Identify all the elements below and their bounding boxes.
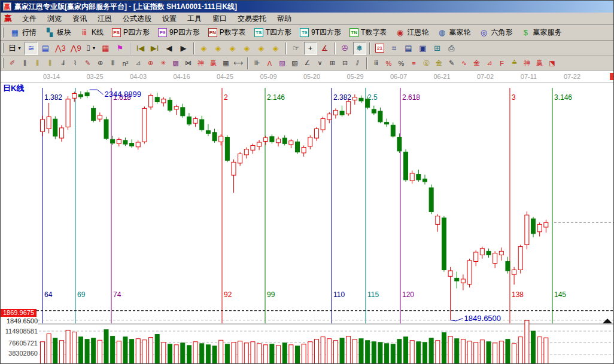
candle-style-icon[interactable]: ⌷▼	[84, 42, 98, 55]
draw-tool-icon[interactable]: %	[395, 57, 408, 69]
brain-map-icon[interactable]: ❅	[353, 42, 366, 55]
draw-tool-icon[interactable]: 赢	[533, 57, 546, 69]
toolbar-item-9T四方形[interactable]: T99T四方形	[296, 26, 345, 39]
draw-tool-icon[interactable]: ≡	[408, 57, 420, 69]
menu-item-窗口[interactable]: 窗口	[207, 13, 232, 25]
draw-tool-icon[interactable]: ⫴	[107, 57, 119, 69]
draw-tool-icon[interactable]: ㊎	[420, 57, 433, 69]
scroll-indicator-icon[interactable]	[603, 319, 612, 323]
menu-item-文件[interactable]: 文件	[17, 13, 42, 25]
menu-item-设置[interactable]: 设置	[157, 13, 182, 25]
draw-tool-icon[interactable]: F	[496, 57, 508, 69]
toolbar-item-K线[interactable]: ⅲK线	[75, 26, 108, 39]
draw-tool-icon[interactable]: ⋈	[182, 57, 194, 69]
wave9-icon[interactable]: ⋀9	[69, 42, 83, 55]
draw-tool-icon[interactable]: ⫼	[19, 57, 31, 69]
diamond-cross-icon[interactable]: ◈	[255, 42, 268, 55]
draw-tool-icon[interactable]: ✳	[157, 57, 169, 69]
toolbar-item-江恩轮[interactable]: ◉江恩轮	[391, 26, 433, 39]
menu-item-资讯[interactable]: 资讯	[67, 13, 92, 25]
draw-tool-icon[interactable]: ⊕	[94, 57, 107, 69]
draw-tool-icon[interactable]: ▨	[276, 57, 288, 69]
draw-tool-icon[interactable]: ⟷	[232, 57, 245, 69]
draw-tool-icon[interactable]: Λ	[263, 57, 276, 69]
draw-tool-icon[interactable]: ≙	[508, 57, 521, 69]
flag-icon[interactable]: ⚑	[114, 42, 127, 55]
draw-tool-icon[interactable]: ✐	[6, 57, 19, 69]
diamond-v-icon[interactable]: ◈	[241, 42, 254, 55]
info-doc-icon[interactable]: ▤	[39, 42, 52, 55]
kline-chart-svg[interactable]: 1.38264691.618742922.146992.3821102.5115…	[1, 71, 614, 364]
draw-tool-icon[interactable]: ⫽	[351, 57, 364, 69]
draw-tool-icon[interactable]: ⬔	[546, 57, 558, 69]
toolbar-grip[interactable]	[2, 58, 4, 68]
draw-tool-icon[interactable]: n²	[119, 57, 132, 69]
diamond-left-icon[interactable]: ◈	[197, 42, 211, 55]
draw-tool-icon[interactable]: ⊪	[251, 57, 263, 69]
draw-tool-icon[interactable]: ∠	[301, 57, 314, 69]
menu-item-工具[interactable]: 工具	[182, 13, 207, 25]
menu-item-江恩[interactable]: 江恩	[92, 13, 117, 25]
draw-tool-icon[interactable]: ✎	[81, 57, 94, 69]
calculator-icon[interactable]: ⌗	[388, 42, 401, 55]
diamond-h-icon[interactable]: ◈	[226, 42, 239, 55]
menu-item-公式选股[interactable]: 公式选股	[117, 13, 157, 25]
menu-item-浏览[interactable]: 浏览	[42, 13, 67, 25]
diamond-all-icon[interactable]: ◈	[269, 42, 282, 55]
toolbar-item-P数字表[interactable]: PNP数字表	[204, 26, 250, 39]
toolbar-item-板块[interactable]: ▚板块	[41, 26, 75, 39]
draw-tool-icon[interactable]: ∿	[458, 57, 470, 69]
toolbar-item-P四方形[interactable]: PSP四方形	[108, 26, 154, 39]
toolbar-item-赢家轮[interactable]: ◍赢家轮	[433, 26, 475, 39]
ribbon-icon[interactable]: ✇	[339, 42, 352, 55]
toolbar-item-赢家服务[interactable]: $赢家服务	[516, 26, 566, 39]
period-selector[interactable]: 日▼	[7, 42, 23, 55]
scribble-tool-icon[interactable]: ≋	[25, 42, 38, 55]
draw-tool-icon[interactable]: ⊿	[132, 57, 144, 69]
toolbar-grip[interactable]	[2, 27, 4, 38]
hand-tool-icon[interactable]: ☞	[290, 42, 303, 55]
draw-tool-icon[interactable]: Ⅎ	[56, 57, 69, 69]
draw-tool-icon[interactable]: ▦	[220, 57, 232, 69]
angle-tool-icon[interactable]: ∡	[318, 42, 332, 55]
menu-item-交易委托[interactable]: 交易委托	[232, 13, 272, 25]
notepad-icon[interactable]: ▤	[402, 42, 415, 55]
calendar-icon[interactable]: 21	[373, 42, 387, 55]
draw-tool-icon[interactable]: %	[382, 57, 395, 69]
draw-tool-icon[interactable]: ⌇	[69, 57, 81, 69]
draw-tool-icon[interactable]: 神	[194, 57, 207, 69]
toolbar-item-行情[interactable]: ▦行情	[6, 26, 41, 39]
draw-tool-icon[interactable]: ⊿	[483, 57, 496, 69]
draw-tool-icon[interactable]: ⫼	[31, 57, 44, 69]
draw-tool-icon[interactable]: ⊟	[339, 57, 351, 69]
printer-icon[interactable]: ⎙	[445, 42, 458, 55]
wave3-icon[interactable]: ⋀3	[53, 42, 68, 55]
draw-tool-icon[interactable]: ⊕	[144, 57, 157, 69]
draw-tool-icon[interactable]: ∨	[314, 57, 326, 69]
toolbar-grip[interactable]	[2, 43, 4, 54]
title-bar[interactable]: 赢 赢家江恩专业版[赢家内部服务平台] - [上证指数 SH1A0001-111…	[1, 1, 614, 13]
first-bar-icon[interactable]: I◀	[134, 42, 147, 55]
last-bar-icon[interactable]: ▶I	[148, 42, 162, 55]
matrix-icon[interactable]: ▦	[99, 42, 113, 55]
toolbar-item-9P四方形[interactable]: P99P四方形	[154, 26, 204, 39]
network-icon[interactable]: ⊞	[431, 42, 444, 55]
toolbar-item-T四方形[interactable]: TST四方形	[250, 26, 296, 39]
draw-tool-icon[interactable]: 金	[470, 57, 483, 69]
draw-tool-icon[interactable]: ⊞	[326, 57, 339, 69]
crosshair-tool-icon[interactable]: +	[304, 42, 317, 55]
draw-tool-icon[interactable]: 神	[521, 57, 533, 69]
draw-tool-icon[interactable]: ⫼	[44, 57, 56, 69]
draw-tool-icon[interactable]: 金	[433, 57, 445, 69]
save-icon[interactable]: ▣	[417, 42, 430, 55]
draw-tool-icon[interactable]: ▩	[169, 57, 182, 69]
draw-tool-icon[interactable]: ✎	[445, 57, 458, 69]
draw-tool-icon[interactable]: ▧	[288, 57, 301, 69]
draw-tool-icon[interactable]: 赢	[207, 57, 220, 69]
diamond-right-icon[interactable]: ◈	[212, 42, 225, 55]
draw-tool-icon[interactable]: ⅲ	[370, 57, 382, 69]
menu-item-帮助[interactable]: 帮助	[272, 13, 297, 25]
toolbar-item-T数字表[interactable]: TNT数字表	[345, 26, 391, 39]
next-bar-icon[interactable]: ▶	[177, 42, 190, 55]
prev-bar-icon[interactable]: ◀	[163, 42, 176, 55]
